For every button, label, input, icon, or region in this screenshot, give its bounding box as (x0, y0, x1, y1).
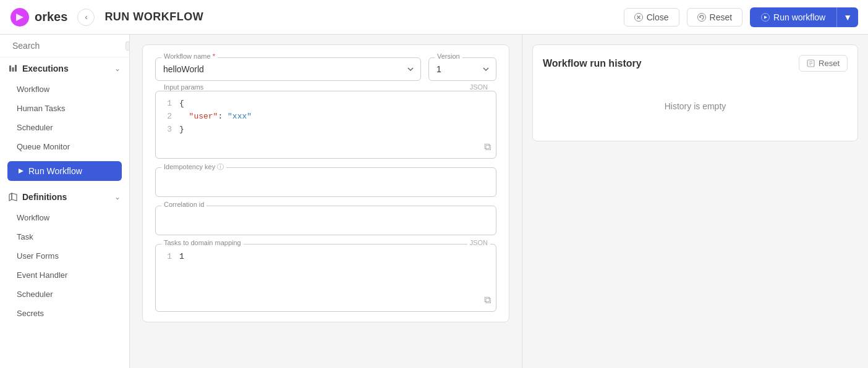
version-label: Version (435, 52, 462, 60)
run-workflow-main-button[interactable]: Run workflow (750, 7, 836, 27)
tasks-json-label: JSON (467, 239, 490, 246)
svg-rect-7 (15, 65, 17, 72)
history-empty-message: History is empty (543, 82, 848, 131)
search-input[interactable] (12, 41, 121, 51)
executions-section-header[interactable]: Executions ⌄ (0, 57, 129, 80)
header-reset-button[interactable]: Reset (687, 8, 743, 27)
input-params-json-label: JSON (467, 83, 490, 91)
code-line-2: 2 "user": "xxx" (162, 111, 490, 123)
reset-icon (697, 13, 706, 22)
search-badge: ⌘ K (126, 41, 130, 51)
input-params-label: Input params (161, 83, 206, 91)
history-reset-label: Reset (819, 59, 840, 68)
tasks-code-line-1: 1 1 (162, 251, 490, 264)
executions-icon (9, 64, 17, 73)
definitions-nav: Workflow Task User Forms Event Handler S… (0, 208, 129, 323)
definitions-chevron: ⌄ (114, 193, 121, 201)
version-field-group: Version 1 (428, 57, 496, 81)
executions-nav: Workflow Human Tasks Scheduler Queue Mon… (0, 80, 129, 156)
header-reset-label: Reset (710, 12, 733, 22)
workflow-name-select[interactable]: helloWorld (155, 57, 421, 81)
kbd-cmd: ⌘ (126, 41, 130, 51)
sidebar-run-workflow-label: Run Workflow (28, 166, 82, 176)
sidebar-item-secrets[interactable]: Secrets (0, 304, 129, 323)
definitions-title: Definitions (22, 192, 67, 202)
code-line-1: 1 { (162, 98, 490, 111)
sidebar-item-user-forms[interactable]: User Forms (0, 246, 129, 266)
content-area: Workflow name * helloWorld Version 1 (130, 35, 868, 368)
definitions-section-header[interactable]: Definitions ⌄ (0, 186, 129, 208)
logo-text: orkes (35, 10, 67, 24)
idempotency-info-icon: ⓘ (217, 163, 224, 170)
run-workflow-dropdown-button[interactable]: ▼ (836, 7, 858, 27)
sidebar-item-scheduler-def[interactable]: Scheduler (0, 285, 129, 304)
sidebar-run-workflow-button[interactable]: Run Workflow (7, 161, 122, 181)
copy-tasks-domain-icon[interactable]: ⧉ (484, 295, 491, 306)
page-title: RUN WORKFLOW (104, 10, 613, 23)
sidebar-item-workflow-def[interactable]: Workflow (0, 208, 129, 227)
workflow-name-version-row: Workflow name * helloWorld Version 1 (155, 57, 496, 81)
close-button[interactable]: Close (624, 8, 679, 27)
copy-input-params-icon[interactable]: ⧉ (484, 141, 491, 153)
svg-rect-6 (12, 67, 14, 72)
svg-point-2 (697, 13, 705, 21)
code-line-3: 3 } (162, 123, 490, 136)
close-icon (634, 13, 643, 22)
header-actions: Close Reset Run workflow ▼ (624, 7, 858, 27)
search-bar: ⌘ K (0, 35, 129, 57)
history-header: Workflow run history Reset (543, 55, 848, 72)
sidebar-item-workflow-exec[interactable]: Workflow (0, 80, 129, 99)
idempotency-key-label: Idempotency key ⓘ (161, 162, 226, 172)
sidebar-item-queue-monitor[interactable]: Queue Monitor (0, 137, 129, 156)
main-layout: ⌘ K Executions ⌄ Workflow Human Tasks Sc… (0, 35, 868, 368)
sidebar-item-event-handler[interactable]: Event Handler (0, 266, 129, 285)
sidebar-item-task[interactable]: Task (0, 227, 129, 246)
run-workflow-button[interactable]: Run workflow ▼ (750, 7, 858, 27)
input-params-editor[interactable]: 1 { 2 "user": "xxx" 3 } ⧉ (155, 91, 496, 159)
form-panel: Workflow name * helloWorld Version 1 (130, 35, 522, 368)
play-icon (761, 13, 770, 22)
version-select[interactable]: 1 (428, 57, 496, 81)
sidebar-play-icon (17, 167, 25, 175)
definitions-icon (9, 193, 17, 201)
executions-title: Executions (22, 64, 69, 73)
app-header: orkes ‹ RUN WORKFLOW Close Reset (0, 0, 868, 35)
svg-rect-5 (9, 65, 11, 72)
run-workflow-label: Run workflow (773, 12, 825, 22)
orkes-logo-icon (10, 7, 30, 27)
idempotency-key-input[interactable] (155, 167, 496, 197)
workflow-name-label: Workflow name * (161, 52, 218, 60)
tasks-to-domain-label: Tasks to domain mapping (161, 239, 244, 246)
sidebar-item-scheduler-exec[interactable]: Scheduler (0, 118, 129, 137)
history-reset-button[interactable]: Reset (799, 55, 848, 72)
tasks-domain-editor[interactable]: 1 1 ⧉ (155, 244, 496, 312)
history-title: Workflow run history (543, 58, 642, 69)
history-reset-icon (807, 59, 815, 67)
sidebar: ⌘ K Executions ⌄ Workflow Human Tasks Sc… (0, 35, 130, 368)
back-button[interactable]: ‹ (77, 9, 95, 26)
workflow-name-field-group: Workflow name * helloWorld (155, 57, 421, 81)
history-panel: Workflow run history Reset History is em… (522, 35, 868, 368)
logo: orkes (10, 7, 67, 27)
correlation-id-label: Correlation id (161, 201, 206, 208)
history-card: Workflow run history Reset History is em… (532, 44, 858, 141)
sidebar-item-human-tasks[interactable]: Human Tasks (0, 99, 129, 118)
correlation-id-input[interactable] (155, 206, 496, 235)
executions-chevron: ⌄ (114, 64, 121, 73)
close-label: Close (647, 12, 669, 22)
